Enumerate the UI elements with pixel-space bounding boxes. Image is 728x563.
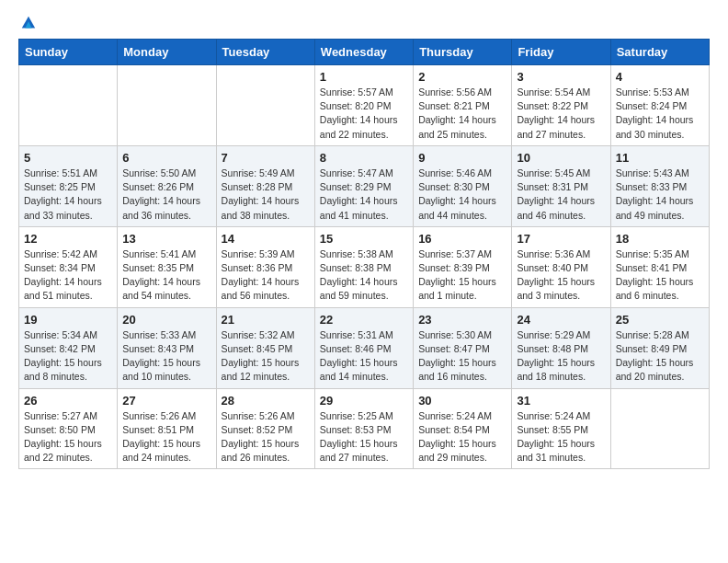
calendar-day-13: 13Sunrise: 5:41 AM Sunset: 8:35 PM Dayli…	[118, 226, 216, 307]
calendar-week-4: 19Sunrise: 5:34 AM Sunset: 8:42 PM Dayli…	[19, 307, 710, 388]
day-detail: Sunrise: 5:57 AM Sunset: 8:20 PM Dayligh…	[320, 86, 408, 142]
day-detail: Sunrise: 5:38 AM Sunset: 8:38 PM Dayligh…	[320, 247, 408, 304]
day-number: 12	[24, 232, 112, 246]
col-header-saturday: Saturday	[610, 40, 709, 65]
calendar-day-24: 24Sunrise: 5:29 AM Sunset: 8:48 PM Dayli…	[512, 307, 610, 388]
calendar-day-8: 8Sunrise: 5:47 AM Sunset: 8:29 PM Daylig…	[314, 145, 413, 226]
day-detail: Sunrise: 5:31 AM Sunset: 8:46 PM Dayligh…	[320, 328, 408, 385]
calendar-day-29: 29Sunrise: 5:25 AM Sunset: 8:53 PM Dayli…	[314, 388, 413, 469]
logo	[18, 15, 37, 31]
calendar-week-3: 12Sunrise: 5:42 AM Sunset: 8:34 PM Dayli…	[19, 226, 710, 307]
day-detail: Sunrise: 5:29 AM Sunset: 8:48 PM Dayligh…	[517, 328, 605, 385]
day-number: 1	[320, 70, 408, 84]
calendar-day-27: 27Sunrise: 5:26 AM Sunset: 8:51 PM Dayli…	[118, 388, 216, 469]
calendar-day-28: 28Sunrise: 5:26 AM Sunset: 8:52 PM Dayli…	[216, 388, 314, 469]
calendar-header-row: SundayMondayTuesdayWednesdayThursdayFrid…	[19, 40, 710, 65]
day-detail: Sunrise: 5:27 AM Sunset: 8:50 PM Dayligh…	[24, 409, 112, 465]
day-detail: Sunrise: 5:45 AM Sunset: 8:31 PM Dayligh…	[517, 167, 605, 223]
day-number: 25	[616, 313, 704, 327]
calendar-day-4: 4Sunrise: 5:53 AM Sunset: 8:24 PM Daylig…	[610, 65, 709, 146]
day-detail: Sunrise: 5:37 AM Sunset: 8:39 PM Dayligh…	[418, 247, 506, 304]
day-number: 15	[320, 232, 408, 246]
day-detail: Sunrise: 5:41 AM Sunset: 8:35 PM Dayligh…	[122, 247, 210, 304]
col-header-wednesday: Wednesday	[314, 40, 413, 65]
col-header-sunday: Sunday	[19, 40, 118, 65]
day-number: 21	[222, 313, 310, 327]
day-detail: Sunrise: 5:24 AM Sunset: 8:55 PM Dayligh…	[517, 409, 605, 465]
calendar-day-11: 11Sunrise: 5:43 AM Sunset: 8:33 PM Dayli…	[610, 145, 709, 226]
calendar-day-14: 14Sunrise: 5:39 AM Sunset: 8:36 PM Dayli…	[216, 226, 314, 307]
day-number: 14	[222, 232, 310, 246]
calendar-day-16: 16Sunrise: 5:37 AM Sunset: 8:39 PM Dayli…	[414, 226, 512, 307]
day-detail: Sunrise: 5:43 AM Sunset: 8:33 PM Dayligh…	[616, 167, 704, 223]
calendar-day-7: 7Sunrise: 5:49 AM Sunset: 8:28 PM Daylig…	[216, 145, 314, 226]
col-header-thursday: Thursday	[414, 40, 512, 65]
calendar-day-10: 10Sunrise: 5:45 AM Sunset: 8:31 PM Dayli…	[512, 145, 610, 226]
logo-icon	[20, 15, 37, 31]
day-detail: Sunrise: 5:46 AM Sunset: 8:30 PM Dayligh…	[418, 167, 506, 223]
col-header-friday: Friday	[512, 40, 610, 65]
day-detail: Sunrise: 5:25 AM Sunset: 8:53 PM Dayligh…	[320, 409, 408, 465]
day-number: 29	[320, 394, 408, 408]
calendar-day-20: 20Sunrise: 5:33 AM Sunset: 8:43 PM Dayli…	[118, 307, 216, 388]
day-detail: Sunrise: 5:26 AM Sunset: 8:52 PM Dayligh…	[222, 409, 310, 465]
day-detail: Sunrise: 5:26 AM Sunset: 8:51 PM Dayligh…	[122, 409, 210, 465]
day-detail: Sunrise: 5:34 AM Sunset: 8:42 PM Dayligh…	[24, 328, 112, 385]
day-number: 3	[517, 70, 605, 84]
day-detail: Sunrise: 5:36 AM Sunset: 8:40 PM Dayligh…	[517, 247, 605, 304]
calendar-day-22: 22Sunrise: 5:31 AM Sunset: 8:46 PM Dayli…	[314, 307, 413, 388]
day-number: 6	[122, 151, 210, 165]
day-number: 27	[122, 394, 210, 408]
day-detail: Sunrise: 5:24 AM Sunset: 8:54 PM Dayligh…	[418, 409, 506, 465]
day-number: 9	[418, 151, 506, 165]
day-detail: Sunrise: 5:32 AM Sunset: 8:45 PM Dayligh…	[222, 328, 310, 385]
calendar-day-1: 1Sunrise: 5:57 AM Sunset: 8:20 PM Daylig…	[314, 65, 413, 146]
day-number: 5	[24, 151, 112, 165]
calendar-day-2: 2Sunrise: 5:56 AM Sunset: 8:21 PM Daylig…	[414, 65, 512, 146]
empty-cell	[610, 388, 709, 469]
day-detail: Sunrise: 5:53 AM Sunset: 8:24 PM Dayligh…	[616, 86, 704, 142]
day-number: 24	[517, 313, 605, 327]
day-number: 23	[418, 313, 506, 327]
day-detail: Sunrise: 5:42 AM Sunset: 8:34 PM Dayligh…	[24, 247, 112, 304]
day-detail: Sunrise: 5:54 AM Sunset: 8:22 PM Dayligh…	[517, 86, 605, 142]
day-number: 22	[320, 313, 408, 327]
col-header-tuesday: Tuesday	[216, 40, 314, 65]
empty-cell	[19, 65, 118, 146]
day-number: 8	[320, 151, 408, 165]
calendar-day-9: 9Sunrise: 5:46 AM Sunset: 8:30 PM Daylig…	[414, 145, 512, 226]
empty-cell	[216, 65, 314, 146]
day-detail: Sunrise: 5:33 AM Sunset: 8:43 PM Dayligh…	[122, 328, 210, 385]
calendar-week-2: 5Sunrise: 5:51 AM Sunset: 8:25 PM Daylig…	[19, 145, 710, 226]
day-number: 11	[616, 151, 704, 165]
calendar-day-6: 6Sunrise: 5:50 AM Sunset: 8:26 PM Daylig…	[118, 145, 216, 226]
day-number: 26	[24, 394, 112, 408]
calendar-day-31: 31Sunrise: 5:24 AM Sunset: 8:55 PM Dayli…	[512, 388, 610, 469]
calendar-day-23: 23Sunrise: 5:30 AM Sunset: 8:47 PM Dayli…	[414, 307, 512, 388]
day-detail: Sunrise: 5:56 AM Sunset: 8:21 PM Dayligh…	[418, 86, 506, 142]
calendar-day-5: 5Sunrise: 5:51 AM Sunset: 8:25 PM Daylig…	[19, 145, 118, 226]
day-number: 31	[517, 394, 605, 408]
day-detail: Sunrise: 5:50 AM Sunset: 8:26 PM Dayligh…	[122, 167, 210, 223]
day-detail: Sunrise: 5:30 AM Sunset: 8:47 PM Dayligh…	[418, 328, 506, 385]
day-number: 13	[122, 232, 210, 246]
day-number: 20	[122, 313, 210, 327]
day-number: 10	[517, 151, 605, 165]
day-number: 4	[616, 70, 704, 84]
calendar-table: SundayMondayTuesdayWednesdayThursdayFrid…	[18, 39, 710, 469]
calendar-day-3: 3Sunrise: 5:54 AM Sunset: 8:22 PM Daylig…	[512, 65, 610, 146]
calendar-day-25: 25Sunrise: 5:28 AM Sunset: 8:49 PM Dayli…	[610, 307, 709, 388]
day-detail: Sunrise: 5:49 AM Sunset: 8:28 PM Dayligh…	[222, 167, 310, 223]
calendar-day-17: 17Sunrise: 5:36 AM Sunset: 8:40 PM Dayli…	[512, 226, 610, 307]
day-detail: Sunrise: 5:51 AM Sunset: 8:25 PM Dayligh…	[24, 167, 112, 223]
calendar-day-26: 26Sunrise: 5:27 AM Sunset: 8:50 PM Dayli…	[19, 388, 118, 469]
day-number: 2	[418, 70, 506, 84]
header	[18, 15, 710, 31]
calendar-day-18: 18Sunrise: 5:35 AM Sunset: 8:41 PM Dayli…	[610, 226, 709, 307]
calendar-day-21: 21Sunrise: 5:32 AM Sunset: 8:45 PM Dayli…	[216, 307, 314, 388]
day-detail: Sunrise: 5:28 AM Sunset: 8:49 PM Dayligh…	[616, 328, 704, 385]
calendar-day-19: 19Sunrise: 5:34 AM Sunset: 8:42 PM Dayli…	[19, 307, 118, 388]
day-number: 7	[222, 151, 310, 165]
day-number: 17	[517, 232, 605, 246]
day-number: 18	[616, 232, 704, 246]
